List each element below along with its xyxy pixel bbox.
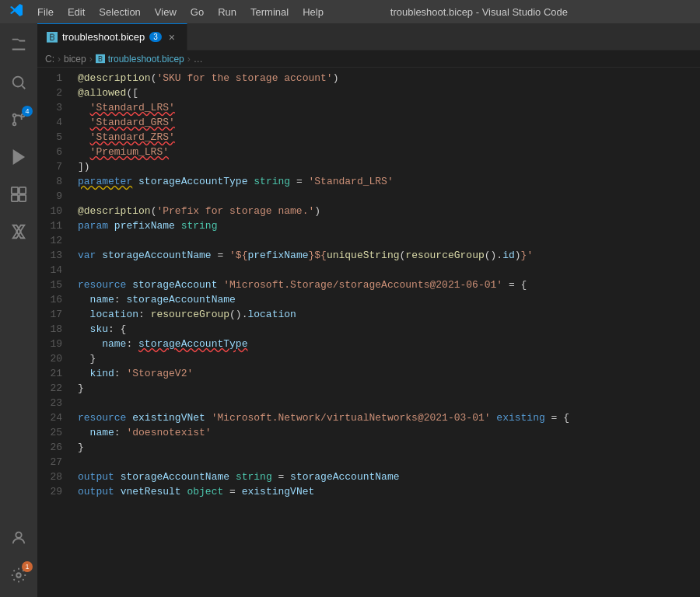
menu-terminal[interactable]: Terminal: [244, 4, 295, 20]
svg-marker-5: [14, 151, 24, 164]
code-line-13: 13 var storageAccountName = '${prefixNam…: [37, 248, 700, 263]
svg-rect-9: [19, 195, 26, 201]
code-line-9: 9: [37, 189, 700, 204]
run-debug-icon[interactable]: [0, 138, 37, 176]
code-line-19: 19 name: storageAccountType: [37, 337, 700, 351]
code-line-26: 26 }: [37, 440, 700, 455]
code-line-12: 12: [37, 233, 700, 248]
svg-point-11: [16, 573, 21, 578]
editor-area: 🅱 troubleshoot.bicep 3 × C: › bicep › 🅱 …: [37, 23, 700, 597]
svg-rect-6: [12, 187, 18, 194]
source-control-icon[interactable]: 4: [0, 101, 37, 138]
menu-view[interactable]: View: [149, 4, 183, 20]
svg-point-2: [13, 123, 16, 126]
tab-badge: 3: [149, 32, 162, 42]
code-line-6: 6 'Premium_LRS': [37, 145, 700, 159]
code-line-28: 28 output storageAccountName string = st…: [37, 470, 700, 484]
title-bar: File Edit Selection View Go Run Terminal…: [0, 0, 700, 23]
code-line-23: 23: [37, 396, 700, 410]
code-line-11: 11 param prefixName string: [37, 218, 700, 233]
code-line-4: 4 'Standard_GRS': [37, 115, 700, 130]
code-line-15: 15 resource storageAccount 'Microsoft.St…: [37, 278, 700, 292]
svg-point-10: [16, 532, 21, 538]
vscode-logo: [9, 3, 23, 21]
code-line-27: 27: [37, 455, 700, 470]
menu-selection[interactable]: Selection: [93, 4, 146, 20]
testing-icon[interactable]: [0, 213, 37, 250]
menu-bar: File Edit Selection View Go Run Terminal…: [31, 4, 330, 20]
code-line-29: 29 output vnetResult object = existingVN…: [37, 484, 700, 499]
code-line-25: 25 name: 'doesnotexist': [37, 425, 700, 440]
svg-rect-8: [12, 195, 18, 201]
code-line-3: 3 'Standard_LRS': [37, 100, 700, 115]
code-line-17: 17 location: resourceGroup().location: [37, 307, 700, 322]
code-line-14: 14: [37, 263, 700, 278]
settings-icon[interactable]: 1: [0, 557, 37, 594]
title-bar-left: File Edit Selection View Go Run Terminal…: [9, 3, 330, 21]
breadcrumb: C: › bicep › 🅱 troubleshoot.bicep › …: [37, 51, 700, 68]
files-icon[interactable]: [0, 26, 37, 64]
breadcrumb-ellipsis: …: [194, 54, 203, 65]
code-line-20: 20 }: [37, 351, 700, 366]
menu-file[interactable]: File: [31, 4, 60, 20]
code-line-24: 24 resource existingVNet 'Microsoft.Netw…: [37, 410, 700, 425]
code-editor[interactable]: 1 @description('SKU for the storage acco…: [37, 68, 700, 597]
menu-go[interactable]: Go: [184, 4, 210, 20]
window-title: troubleshoot.bicep - Visual Studio Code: [390, 6, 568, 18]
code-line-10: 10 @description('Prefix for storage name…: [37, 204, 700, 218]
code-line-16: 16 name: storageAccountName: [37, 292, 700, 307]
code-line-5: 5 'Standard_ZRS': [37, 130, 700, 145]
code-line-7: 7 ]): [37, 159, 700, 174]
activity-bar: 4 1: [0, 23, 37, 597]
tab-file-icon: 🅱: [47, 31, 58, 44]
main-layout: 4 1: [0, 23, 700, 597]
menu-help[interactable]: Help: [296, 4, 330, 20]
breadcrumb-file-icon: 🅱: [96, 54, 105, 65]
breadcrumb-drive: C:: [45, 54, 54, 65]
code-line-22: 22 }: [37, 381, 700, 396]
account-icon[interactable]: [0, 519, 37, 557]
active-tab[interactable]: 🅱 troubleshoot.bicep 3 ×: [37, 23, 187, 51]
svg-point-0: [13, 77, 23, 87]
svg-point-4: [13, 114, 16, 117]
menu-edit[interactable]: Edit: [61, 4, 91, 20]
search-icon[interactable]: [0, 64, 37, 101]
breadcrumb-filename: troubleshoot.bicep: [108, 54, 184, 65]
tabs-bar: 🅱 troubleshoot.bicep 3 ×: [37, 23, 700, 51]
menu-run[interactable]: Run: [212, 4, 243, 20]
svg-rect-7: [19, 187, 26, 194]
tab-label: troubleshoot.bicep: [62, 31, 145, 43]
code-line-21: 21 kind: 'StorageV2': [37, 366, 700, 381]
breadcrumb-folder: bicep: [64, 54, 86, 65]
code-line-8: 8 parameter storageAccountType string = …: [37, 174, 700, 189]
svg-line-1: [22, 86, 25, 89]
extensions-icon[interactable]: [0, 176, 37, 213]
code-line-1: 1 @description('SKU for the storage acco…: [37, 71, 700, 86]
code-line-2: 2 @allowed([: [37, 86, 700, 100]
code-line-18: 18 sku: {: [37, 322, 700, 337]
tab-close-button[interactable]: ×: [166, 30, 177, 44]
